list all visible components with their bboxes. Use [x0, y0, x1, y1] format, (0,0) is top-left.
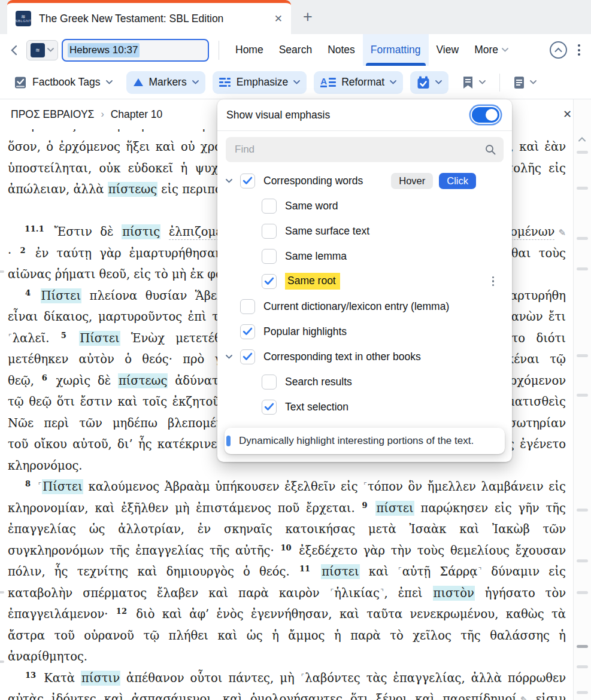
- emphasis-row-same-root[interactable]: Same root: [217, 269, 512, 294]
- critical-mark: ⌜: [38, 481, 42, 489]
- highlighted-word[interactable]: πίστει: [321, 564, 359, 579]
- scripture-paragraph: 8 ⌜Πίστει καλούμενος Ἀβραὰμ ὑπήκουσεν ἐξ…: [8, 476, 566, 668]
- formatting-toolbar: Factbook Tags Markers Emphasize A Reform…: [0, 66, 591, 99]
- tab-home[interactable]: Home: [228, 34, 271, 66]
- expand-chevron-icon[interactable]: [226, 355, 240, 359]
- outline-button[interactable]: [456, 71, 492, 94]
- critical-mark: ⌜: [301, 672, 305, 681]
- scroll-marker: [577, 354, 588, 357]
- verse-number: 4: [25, 288, 31, 297]
- resource-switcher[interactable]: ≋: [26, 40, 58, 60]
- emphasis-row-search-results[interactable]: Search results: [217, 369, 512, 394]
- emphasis-row-same-lemma[interactable]: Same lemma: [217, 244, 512, 269]
- emphasis-row-current-dictionary-lexicon-entry-lemma[interactable]: Current dictionary/lexicon entry (lemma): [217, 294, 512, 319]
- highlighted-word[interactable]: Πίστει: [42, 479, 83, 494]
- text-segment: καταβολὴν σπέρματος ἔλαβεν καὶ παρὰ καιρ…: [8, 586, 330, 600]
- text-segment: θεῷ,: [8, 374, 41, 388]
- click-mode-button[interactable]: Click: [439, 173, 476, 189]
- tab-search[interactable]: Search: [271, 34, 320, 66]
- tab-more[interactable]: More: [466, 34, 516, 66]
- markers-button[interactable]: Markers: [126, 71, 205, 94]
- find-input[interactable]: [234, 143, 485, 156]
- emphasis-row-same-surface-text[interactable]: Same surface text: [217, 218, 512, 244]
- visual-filters-icon: [417, 76, 430, 89]
- breadcrumb-separator: ›: [101, 109, 104, 120]
- back-button[interactable]: [8, 44, 20, 56]
- text-line: συγκληρονόμων τῆς ἐπαγγελίας τῆς αὐτῆς· …: [8, 540, 566, 562]
- checkbox[interactable]: [262, 224, 277, 239]
- checkbox[interactable]: [240, 299, 255, 314]
- chevron-down-icon: [390, 80, 396, 84]
- emphasize-button[interactable]: Emphasize: [213, 71, 307, 94]
- text-segment: ἐξεδέχετο γὰρ τὴν τοὺς θεμελίους ἔχουσαν: [293, 544, 566, 558]
- checkbox[interactable]: [262, 249, 277, 264]
- text-line: κληρονομίαν, καὶ ἐξῆλθεν μὴ ἐπιστάμενος …: [8, 498, 566, 519]
- bookmark-list-icon: [462, 76, 474, 89]
- note-highlighter-icon[interactable]: ✎: [558, 227, 566, 238]
- tab-formatting[interactable]: Formatting: [363, 34, 429, 66]
- emphasis-row-corresponding-words[interactable]: Corresponding wordsHoverClick: [217, 168, 512, 193]
- chapter-verse-number: 11.1: [25, 224, 44, 233]
- visual-emphasis-toggle[interactable]: [472, 107, 499, 123]
- factbook-tags-button[interactable]: Factbook Tags: [7, 71, 119, 94]
- panel-menu-icon[interactable]: [577, 43, 581, 57]
- checkbox[interactable]: [262, 400, 277, 415]
- highlighted-word[interactable]: Πίστει: [79, 331, 120, 346]
- row-description-tooltip: Dynamically highlight interesting portio…: [225, 428, 505, 454]
- tab-view[interactable]: View: [429, 34, 467, 66]
- checkbox[interactable]: [240, 349, 255, 364]
- highlighted-word[interactable]: πίστεως: [108, 182, 158, 197]
- tab-notes[interactable]: Notes: [320, 34, 363, 66]
- checkbox[interactable]: [240, 324, 255, 339]
- emphasize-lines-icon: [219, 77, 231, 87]
- text-line: 13 Κατὰ πίστιν ἀπέθανον οὗτοι πάντες, μὴ…: [8, 668, 566, 689]
- text-segment: ἐπαγγελίας ὡς ἀλλοτρίαν, ἐν σκηναῖς κατο…: [8, 522, 566, 536]
- text-line: καταβολὴν σπέρματος ἔλαβεν καὶ παρὰ καιρ…: [8, 583, 566, 604]
- scroll-up-icon[interactable]: [578, 136, 586, 142]
- close-icon[interactable]: ✕: [563, 108, 572, 121]
- emphasis-row-text-selection[interactable]: Text selection: [217, 394, 512, 419]
- reformat-button[interactable]: A Reformat: [314, 71, 403, 94]
- breadcrumb-book[interactable]: ΠΡΟΣ ΕΒΡΑΙΟΥΣ: [11, 108, 94, 121]
- text-segment: αὐτὰς ἰδόντες καὶ ἀσπασάμενοι, καὶ ὁμολο…: [8, 692, 517, 700]
- chevron-down-icon: [106, 80, 113, 84]
- text-segment: διὸ καὶ ἀφ’ ἑνὸς ἐγεννήθησαν, καὶ ταῦτα …: [129, 607, 566, 621]
- highlighted-word[interactable]: πιστὸν: [433, 586, 475, 601]
- emphasize-label: Emphasize: [237, 76, 289, 89]
- checkbox[interactable]: [240, 174, 255, 188]
- resource-tab[interactable]: ≋SBLGNT The Greek New Testament: SBL Edi…: [7, 0, 291, 34]
- reference-input[interactable]: Hebrews 10:37: [62, 39, 209, 62]
- row-label: Corresponding words: [263, 175, 363, 187]
- emphasis-row-corresponding-text-in-other-books[interactable]: Corresponding text in other books: [217, 344, 512, 369]
- checkbox[interactable]: [262, 274, 277, 289]
- page-view-button[interactable]: [507, 71, 543, 94]
- verse-number: 6: [42, 373, 47, 382]
- hover-mode-button[interactable]: Hover: [391, 173, 433, 189]
- tab-title: The Greek New Testament: SBL Edition: [39, 13, 266, 25]
- expand-chevron-icon[interactable]: [226, 179, 240, 183]
- row-options-kebab-icon[interactable]: [492, 276, 495, 287]
- highlighted-word[interactable]: πίστιν: [81, 671, 120, 686]
- note-highlighter-icon[interactable]: ✎: [520, 695, 528, 700]
- scroll-marker: [577, 665, 588, 668]
- text-segment: [68, 331, 79, 345]
- highlighted-word[interactable]: πίστει: [375, 501, 414, 516]
- highlighted-word[interactable]: πίστεως: [118, 373, 168, 388]
- add-tab-button[interactable]: +: [303, 0, 313, 34]
- reformat-label: Reformat: [341, 76, 384, 89]
- collapse-toolbar-button[interactable]: [550, 41, 567, 59]
- checkbox[interactable]: [262, 375, 277, 389]
- text-segment: ἄστρα τοῦ οὐρανοῦ τῷ πλήθει καὶ ὡς ἡ ἄμμ…: [8, 629, 566, 643]
- highlighted-word[interactable]: Πίστει: [41, 288, 82, 303]
- emphasis-row-same-word[interactable]: Same word: [217, 193, 512, 218]
- margin-marker: [0, 661, 4, 663]
- visual-filters-button[interactable]: [410, 71, 448, 94]
- highlighted-word[interactable]: πίστις: [122, 224, 160, 239]
- checkbox[interactable]: [262, 199, 277, 214]
- emphasis-row-popular-highlights[interactable]: Popular highlights: [217, 319, 512, 344]
- critical-mark: ⌜: [363, 481, 367, 489]
- breadcrumb-chapter[interactable]: Chapter 10: [111, 108, 163, 121]
- close-tab-icon[interactable]: ✕: [274, 13, 283, 25]
- text-segment: χωρὶς δὲ: [49, 374, 118, 388]
- find-field[interactable]: [226, 137, 504, 162]
